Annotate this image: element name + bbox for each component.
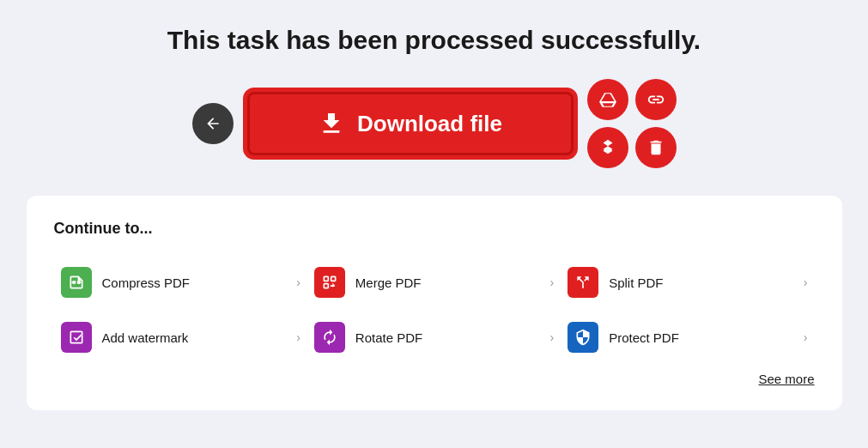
tool-item-split-inner: Split PDF	[568, 267, 793, 298]
tool-item-protect-inner: Protect PDF	[568, 322, 793, 353]
delete-file-button[interactable]	[635, 127, 677, 168]
tools-grid: Compress PDF › Merge PDF › S	[54, 255, 815, 365]
save-to-dropbox-button[interactable]	[587, 127, 628, 168]
watermark-chevron: ›	[296, 330, 300, 344]
tool-item-compress-inner: Compress PDF	[61, 267, 287, 298]
add-watermark-label: Add watermark	[102, 330, 287, 345]
split-pdf-label: Split PDF	[609, 275, 793, 290]
continue-title: Continue to...	[54, 220, 815, 238]
merge-pdf-icon	[314, 267, 345, 298]
protect-pdf-label: Protect PDF	[609, 330, 793, 345]
compress-pdf-chevron: ›	[296, 275, 300, 289]
tool-item-compress-pdf[interactable]: Compress PDF ›	[54, 255, 307, 310]
tool-item-watermark-inner: Add watermark	[61, 322, 287, 353]
back-arrow-icon	[204, 115, 222, 132]
dropbox-icon	[598, 138, 617, 157]
rotate-pdf-label: Rotate PDF	[355, 330, 540, 345]
split-pdf-icon	[568, 267, 598, 298]
compress-pdf-icon	[61, 267, 92, 298]
split-pdf-chevron: ›	[804, 275, 808, 289]
tool-item-add-watermark[interactable]: Add watermark ›	[54, 310, 307, 365]
tool-item-rotate-inner: Rotate PDF	[314, 322, 540, 353]
continue-section: Continue to... Compress PDF › Merge PDF	[27, 196, 842, 410]
side-icons-grid	[587, 79, 677, 168]
compress-pdf-label: Compress PDF	[102, 275, 287, 290]
tool-item-split-pdf[interactable]: Split PDF ›	[561, 255, 814, 310]
see-more-button[interactable]: See more	[758, 372, 814, 386]
see-more-row: See more	[54, 372, 815, 386]
tool-item-merge-pdf[interactable]: Merge PDF ›	[307, 255, 561, 310]
action-row: Download file	[192, 79, 677, 168]
tool-item-rotate-pdf[interactable]: Rotate PDF ›	[307, 310, 561, 365]
save-to-drive-button[interactable]	[587, 79, 628, 120]
download-button-label: Download file	[357, 111, 502, 137]
rotate-pdf-chevron: ›	[549, 330, 554, 344]
protect-pdf-icon	[568, 322, 598, 353]
protect-pdf-chevron: ›	[804, 330, 808, 344]
copy-link-button[interactable]	[635, 79, 677, 120]
watermark-icon	[61, 322, 92, 353]
download-icon	[318, 110, 345, 137]
tool-item-merge-inner: Merge PDF	[314, 267, 540, 298]
tool-item-protect-pdf[interactable]: Protect PDF ›	[561, 310, 814, 365]
page-wrapper: This task has been processed successfull…	[0, 0, 868, 448]
success-title: This task has been processed successfull…	[167, 26, 701, 55]
delete-icon	[646, 138, 665, 157]
rotate-pdf-icon	[314, 322, 345, 353]
link-icon	[646, 90, 665, 109]
back-button[interactable]	[192, 103, 234, 144]
merge-pdf-label: Merge PDF	[355, 275, 540, 290]
download-button[interactable]: Download file	[247, 92, 574, 155]
merge-pdf-chevron: ›	[549, 275, 554, 289]
drive-icon	[598, 90, 617, 109]
